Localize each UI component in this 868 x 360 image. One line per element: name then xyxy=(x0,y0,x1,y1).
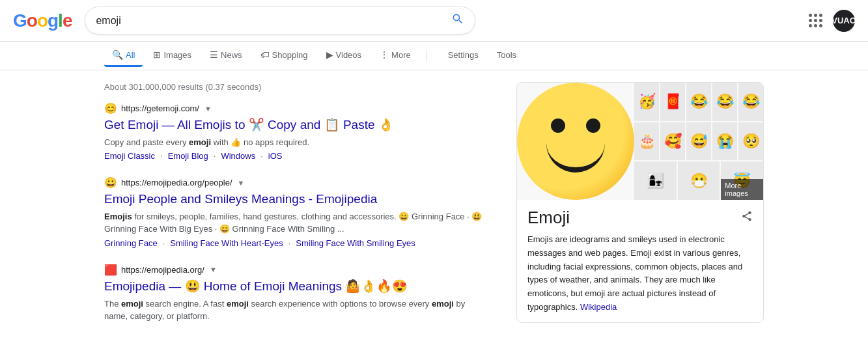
result-item: 😀 https://emojipedia.org/people/ ▼ Emoji… xyxy=(104,176,490,248)
nav-item-tools[interactable]: Tools xyxy=(489,45,524,67)
result-snippet: Copy and paste every emoji with 👍 no app… xyxy=(104,136,490,149)
result-title[interactable]: Emoji People and Smileys Meanings - Emoj… xyxy=(104,191,490,208)
result-url: https://getemoji.com/ xyxy=(121,104,199,113)
kp-side-img[interactable]: 😷 xyxy=(678,161,720,200)
kp-right-eye xyxy=(586,118,600,133)
result-link-heart-eyes[interactable]: Smiling Face With Heart-Eyes xyxy=(170,238,283,248)
result-link-smiling-eyes[interactable]: Smiling Face With Smiling Eyes xyxy=(296,238,415,248)
nav-item-settings[interactable]: Settings xyxy=(440,45,486,67)
search-bar[interactable] xyxy=(85,7,475,35)
result-favicon: 😀 xyxy=(104,176,117,189)
result-links: Grinning Face · Smiling Face With Heart-… xyxy=(104,238,490,248)
result-snippet: The emoji search engine. A fast emoji se… xyxy=(104,298,490,323)
result-dropdown-icon[interactable]: ▼ xyxy=(204,105,212,113)
result-link-classic[interactable]: Emoji Classic xyxy=(104,151,155,161)
kp-main-emoji xyxy=(517,83,634,200)
result-snippet: Emojis for smileys, people, families, ha… xyxy=(104,210,490,236)
apps-grid-button[interactable] xyxy=(806,11,825,30)
kp-side-img[interactable]: 🥺 xyxy=(738,122,763,161)
nav-bar: 🔍 All ⊞ Images ☰ News 🏷 Shopping ▶ Video… xyxy=(0,42,868,70)
kp-side-img[interactable]: 😂 xyxy=(738,83,763,121)
result-url-row: 😊 https://getemoji.com/ ▼ xyxy=(104,102,490,115)
kp-images: 🥳 🧧 😂 😂 😂 🎂 🥰 😅 😭 🥺 👩‍👧 😷 xyxy=(517,83,763,200)
nav-item-shopping[interactable]: 🏷 Shopping xyxy=(253,44,316,67)
news-nav-icon: ☰ xyxy=(210,49,218,60)
kp-side-img[interactable]: 🧧 xyxy=(660,83,685,121)
result-link-grinning[interactable]: Grinning Face xyxy=(104,238,158,248)
kp-emoji-mouth xyxy=(546,143,605,173)
kp-side-img[interactable]: 🎂 xyxy=(634,122,659,161)
header: Google VUAO xyxy=(0,0,868,42)
google-logo: Google xyxy=(13,10,72,31)
shopping-nav-icon: 🏷 xyxy=(260,49,270,60)
avatar[interactable]: VUAO xyxy=(833,10,855,32)
nav-item-news[interactable]: ☰ News xyxy=(202,44,250,67)
kp-side-img[interactable]: 🥳 xyxy=(634,83,659,121)
header-right: VUAO xyxy=(806,10,855,32)
result-title[interactable]: Get Emoji — All Emojis to ✂️ Copy and 📋 … xyxy=(104,117,490,133)
kp-title: Emoji xyxy=(527,208,570,228)
nav-item-more[interactable]: ⋮ More xyxy=(372,44,419,67)
kp-side-img[interactable]: 👩‍👧 xyxy=(634,161,677,200)
results-count: About 301,000,000 results (0.37 seconds) xyxy=(104,76,490,102)
nav-item-all[interactable]: 🔍 All xyxy=(104,44,143,67)
result-favicon: 😊 xyxy=(104,102,117,115)
result-link-ios[interactable]: iOS xyxy=(268,151,283,161)
search-icon[interactable] xyxy=(451,12,464,29)
kp-emoji-eyes xyxy=(517,118,634,133)
result-title[interactable]: Emojipedia — 😃 Home of Emoji Meanings 🤷👌… xyxy=(104,279,490,295)
kp-side-img[interactable]: 😅 xyxy=(686,122,711,161)
kp-left-eye xyxy=(551,118,565,133)
kp-title-row: Emoji xyxy=(527,208,753,228)
wikipedia-link[interactable]: Wikipedia xyxy=(580,302,617,312)
knowledge-panel: 🥳 🧧 😂 😂 😂 🎂 🥰 😅 😭 🥺 👩‍👧 😷 xyxy=(516,82,764,323)
kp-side-img[interactable]: 😂 xyxy=(712,83,737,121)
more-images-overlay[interactable]: More images xyxy=(721,179,763,200)
more-nav-icon: ⋮ xyxy=(380,49,389,60)
result-favicon: 🟥 xyxy=(104,264,117,276)
nav-item-images[interactable]: ⊞ Images xyxy=(145,44,199,67)
result-link-windows[interactable]: Windows xyxy=(221,151,255,161)
result-url-row: 😀 https://emojipedia.org/people/ ▼ xyxy=(104,176,490,189)
kp-side-row: 🥳 🧧 😂 😂 😂 xyxy=(634,83,763,121)
result-item: 😊 https://getemoji.com/ ▼ Get Emoji — Al… xyxy=(104,102,490,161)
share-icon[interactable] xyxy=(741,210,753,225)
result-dropdown-icon[interactable]: ▼ xyxy=(238,179,245,187)
kp-side-row: 🎂 🥰 😅 😭 🥺 xyxy=(634,122,763,161)
search-input[interactable] xyxy=(96,15,445,27)
results-left: About 301,000,000 results (0.37 seconds)… xyxy=(104,76,490,339)
kp-side-img[interactable]: 🥰 xyxy=(660,122,685,161)
kp-body: Emoji Emojis are ideograms and smileys u… xyxy=(517,200,763,322)
result-url-row: 🟥 https://emojipedia.org/ ▼ xyxy=(104,264,490,276)
result-url: https://emojipedia.org/ xyxy=(121,265,204,275)
kp-side-img[interactable]: 😇 More images xyxy=(721,161,763,200)
result-dropdown-icon[interactable]: ▼ xyxy=(210,266,217,273)
result-url: https://emojipedia.org/people/ xyxy=(121,178,232,187)
result-link-blog[interactable]: Emoji Blog xyxy=(168,151,208,161)
kp-side-img[interactable]: 😂 xyxy=(686,83,711,121)
images-nav-icon: ⊞ xyxy=(153,49,161,60)
kp-description: Emojis are ideograms and smileys used in… xyxy=(527,233,753,314)
videos-nav-icon: ▶ xyxy=(326,49,333,60)
result-links: Emoji Classic · Emoji Blog · Windows · i… xyxy=(104,151,490,161)
kp-side-images: 🥳 🧧 😂 😂 😂 🎂 🥰 😅 😭 🥺 👩‍👧 😷 xyxy=(634,83,763,200)
nav-separator xyxy=(427,49,427,62)
nav-item-videos[interactable]: ▶ Videos xyxy=(318,44,370,67)
kp-side-row: 👩‍👧 😷 😇 More images xyxy=(634,161,763,200)
result-item: 🟥 https://emojipedia.org/ ▼ Emojipedia —… xyxy=(104,264,490,323)
search-nav-icon: 🔍 xyxy=(112,49,123,60)
main-content: About 301,000,000 results (0.37 seconds)… xyxy=(0,70,868,344)
kp-side-img[interactable]: 😭 xyxy=(712,122,737,161)
